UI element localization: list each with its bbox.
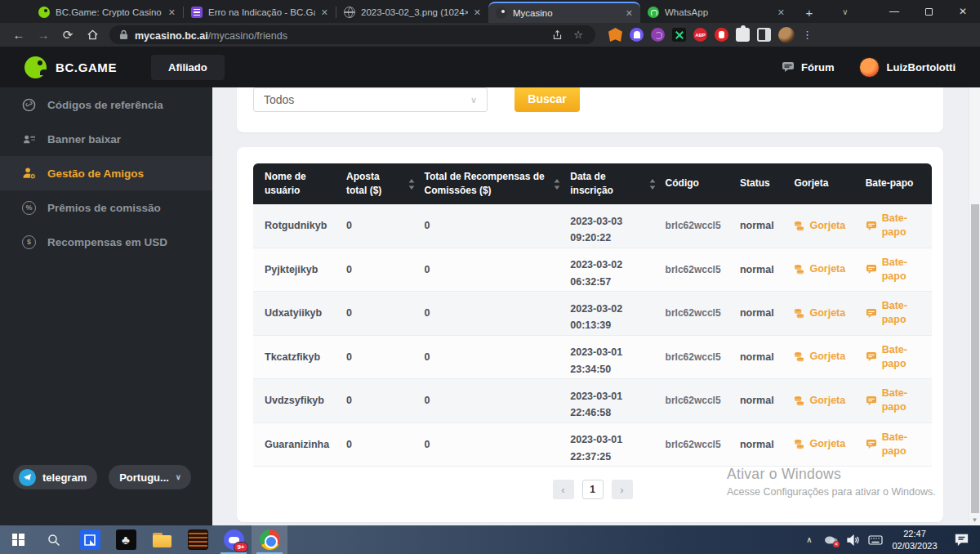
header-commission-rewards[interactable]: Total de Recompensas de Comissões ($) [420, 170, 566, 199]
windows-activation-watermark: Ativar o Windows Acesse Configurações pa… [727, 466, 936, 498]
back-button[interactable]: ← [7, 25, 31, 46]
scrollbar-down-arrow-icon[interactable]: ▼ [969, 516, 980, 524]
x-extension-icon[interactable] [672, 28, 686, 42]
share-icon[interactable] [550, 29, 564, 40]
taskbar-amd-app[interactable] [72, 525, 108, 554]
side-panel-icon[interactable] [757, 28, 771, 42]
new-tab-button[interactable]: + [799, 2, 820, 23]
browser-menu-icon[interactable]: ⋮ [802, 29, 810, 41]
table-row: Udxatyiikyb 0 0 2023-03-02 00:13:39 brlc… [253, 292, 932, 336]
cell-chat: Bate-papo [861, 386, 932, 414]
start-button[interactable] [0, 525, 36, 554]
search-button[interactable]: Buscar [514, 87, 580, 112]
tab-close-icon[interactable]: ✕ [777, 7, 785, 18]
cell-code: brlc62wccl5 [661, 307, 735, 319]
cell-commission-rewards: 0 [420, 351, 566, 363]
affiliate-tab[interactable]: Afiliado [151, 55, 225, 80]
phantom-extension-icon[interactable] [630, 28, 644, 42]
cell-commission-rewards: 0 [420, 307, 566, 319]
tip-link[interactable]: Gorjeta [794, 437, 845, 451]
purple-extension-icon[interactable] [651, 28, 665, 42]
tab-png-image[interactable]: 2023-03-02_3.png (1024×76 ✕ [336, 2, 488, 23]
taskbar-game-app[interactable] [180, 525, 216, 554]
sidebar-item-commission-prizes[interactable]: % Prêmios de comissão [0, 190, 212, 225]
taskbar-search-button[interactable] [36, 525, 72, 554]
page-scrollbar[interactable]: ▼ [969, 87, 980, 525]
taskbar-chrome-app[interactable] [252, 525, 287, 554]
chat-link[interactable]: Bate-papo [866, 256, 916, 284]
bookmark-star-icon[interactable]: ☆ [571, 29, 586, 41]
extensions-row: ABP ⋮ [608, 27, 810, 43]
chat-link[interactable]: Bate-papo [866, 386, 916, 414]
action-center-button[interactable] [943, 525, 980, 554]
tab-whatsapp[interactable]: WhatsApp ✕ [640, 2, 792, 23]
sort-icon[interactable] [649, 179, 656, 190]
tab-search-chevron-icon[interactable]: ∨ [828, 0, 862, 23]
user-avatar[interactable] [859, 57, 880, 78]
tab-bcgame-casino[interactable]: BC.Game: Crypto Casino Gam ✕ [31, 2, 183, 23]
sort-icon[interactable] [408, 179, 415, 190]
chat-link[interactable]: Bate-papo [866, 212, 916, 239]
cell-signup-date: 2023-03-01 22:37:25 [565, 423, 660, 465]
tab-erro-indicacao[interactable]: Erro na Indicação - BC.Game ✕ [184, 2, 336, 23]
sidebar-item-referral-codes[interactable]: Códigos de referência [0, 87, 212, 122]
action-center-icon [955, 534, 969, 546]
sidebar-item-banner-download[interactable]: Banner baixar [0, 122, 212, 156]
current-page-button[interactable]: 1 [582, 480, 604, 499]
restore-button[interactable] [911, 0, 946, 23]
filter-select[interactable]: Todos ∨ [253, 87, 488, 112]
tab-mycasino-active[interactable]: Mycasino ✕ [488, 2, 640, 23]
tip-link[interactable]: Gorjeta [794, 262, 845, 276]
taskbar-poker-app[interactable]: ♣ [108, 525, 144, 554]
header-tip: Gorjeta [789, 176, 860, 190]
tip-link[interactable]: Gorjeta [794, 350, 845, 364]
sidebar-item-usd-rewards[interactable]: $ Recompensas em USD [0, 225, 212, 259]
browser-profile-avatar[interactable] [778, 27, 795, 43]
chat-link[interactable]: Bate-papo [866, 431, 916, 458]
extensions-puzzle-icon[interactable] [736, 28, 750, 42]
tab-close-icon[interactable]: ✕ [474, 7, 481, 18]
tab-title: Mycasino [513, 8, 620, 18]
language-selector[interactable]: Portugu... ∨ [109, 465, 191, 489]
tip-link[interactable]: Gorjeta [794, 394, 845, 408]
home-button[interactable] [80, 25, 105, 46]
chat-link[interactable]: Bate-papo [866, 343, 916, 371]
volume-icon[interactable] [842, 525, 864, 554]
cell-username: Tkcatzfikyb [253, 351, 341, 363]
cell-chat: Bate-papo [861, 299, 932, 327]
keyboard-icon[interactable] [864, 525, 886, 554]
header-bet-total[interactable]: Aposta total ($) [341, 170, 420, 199]
taskbar-file-explorer[interactable] [144, 525, 180, 554]
tip-link[interactable]: Gorjeta [794, 306, 845, 320]
close-window-button[interactable]: ✕ [946, 0, 980, 23]
forum-link[interactable]: Fórum [782, 61, 834, 74]
reload-button[interactable]: ⟳ [56, 25, 80, 46]
sidebar-item-friends-management[interactable]: Gestão de Amigos [0, 156, 212, 190]
tray-chevron-up-icon[interactable]: ∧ [799, 525, 820, 554]
blocker-hand-extension-icon[interactable] [715, 28, 728, 42]
sort-icon[interactable] [554, 179, 560, 190]
tab-close-icon[interactable]: ✕ [168, 7, 176, 18]
forward-button[interactable]: → [31, 25, 56, 46]
taskbar-clock[interactable]: 22:47 02/03/2023 [886, 528, 943, 552]
scrollbar-thumb[interactable] [971, 204, 979, 513]
prev-page-button[interactable]: ‹ [553, 480, 574, 499]
tab-close-icon[interactable]: ✕ [321, 7, 328, 18]
tip-link[interactable]: Gorjeta [794, 219, 845, 233]
chat-link[interactable]: Bate-papo [866, 299, 916, 327]
minimize-button[interactable]: — [877, 0, 911, 23]
adblock-plus-extension-icon[interactable]: ABP [693, 28, 707, 42]
next-page-button[interactable]: › [612, 480, 633, 499]
browser-tab-strip: BC.Game: Crypto Casino Gam ✕ Erro na Ind… [0, 0, 980, 23]
network-status-icon[interactable]: ✕ [820, 525, 842, 554]
cell-bet-total: 0 [341, 220, 420, 231]
tab-close-icon[interactable]: ✕ [626, 8, 633, 19]
metamask-extension-icon[interactable] [608, 28, 622, 42]
telegram-button[interactable]: telegram [13, 465, 97, 489]
header-signup-date[interactable]: Data de inscrição [565, 170, 660, 199]
address-bar[interactable]: mycasino.bc.ai/mycasino/friends ☆ [109, 25, 595, 44]
bcgame-logo-icon[interactable] [24, 56, 47, 78]
forum-label: Fórum [801, 61, 834, 74]
chat-bubble-icon [866, 439, 877, 449]
taskbar-discord-app[interactable]: 9+ [216, 525, 252, 554]
